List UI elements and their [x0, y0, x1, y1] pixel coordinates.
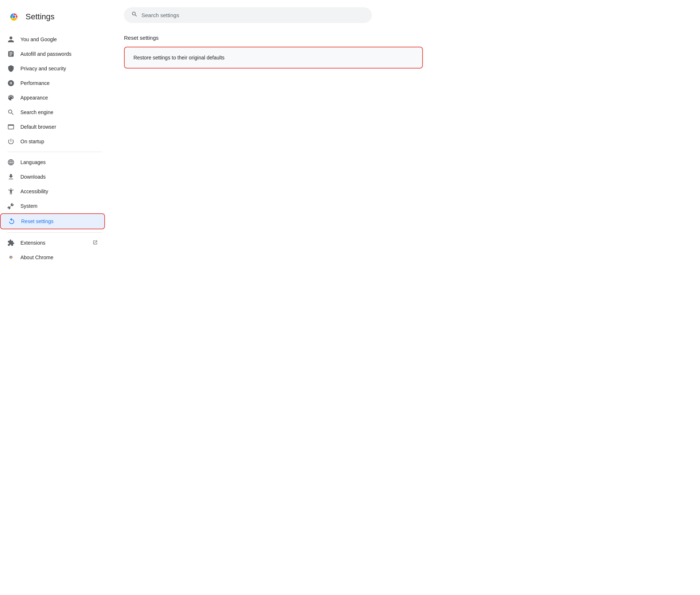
shield-icon	[7, 65, 15, 72]
sidebar-divider-2	[7, 232, 102, 233]
sidebar-label-about-chrome: About Chrome	[20, 254, 98, 260]
clipboard-icon	[7, 50, 15, 58]
sidebar-item-appearance[interactable]: Appearance	[0, 90, 105, 105]
sidebar-header: Settings	[0, 6, 109, 32]
sidebar-label-search-engine: Search engine	[20, 109, 98, 115]
sidebar-label-performance: Performance	[20, 80, 98, 86]
power-icon	[7, 138, 15, 145]
chrome-small-icon	[7, 254, 15, 261]
sidebar-item-extensions[interactable]: Extensions	[0, 236, 105, 250]
svg-point-2	[12, 15, 15, 18]
search-icon	[7, 109, 15, 116]
download-icon	[7, 173, 15, 180]
sidebar-item-you-and-google[interactable]: You and Google	[0, 32, 105, 47]
sidebar-label-privacy: Privacy and security	[20, 66, 98, 71]
sidebar-label-appearance: Appearance	[20, 95, 98, 101]
search-bar-icon	[131, 11, 138, 19]
search-input[interactable]	[141, 12, 365, 18]
sidebar-item-search-engine[interactable]: Search engine	[0, 105, 105, 120]
reset-settings-section: Reset settings Restore settings to their…	[124, 35, 685, 69]
sidebar-nav-group1: You and Google Autofill and passwords Pr…	[0, 32, 109, 149]
restore-defaults-label: Restore settings to their original defau…	[133, 55, 225, 61]
reset-icon	[8, 218, 15, 225]
sidebar-item-downloads[interactable]: Downloads	[0, 170, 105, 184]
section-title: Reset settings	[124, 35, 685, 41]
search-bar-container	[124, 0, 685, 35]
gauge-icon	[7, 79, 15, 87]
sidebar-label-default-browser: Default browser	[20, 124, 98, 130]
sidebar-item-privacy-security[interactable]: Privacy and security	[0, 61, 105, 76]
sidebar-nav-group3: Extensions About Chrome	[0, 236, 109, 265]
puzzle-icon	[7, 239, 15, 246]
palette-icon	[7, 94, 15, 101]
main-content: Reset settings Restore settings to their…	[109, 0, 700, 595]
accessibility-icon	[7, 188, 15, 195]
sidebar-item-about-chrome[interactable]: About Chrome	[0, 250, 105, 265]
search-bar	[124, 7, 372, 23]
external-link-icon	[93, 240, 98, 246]
svg-point-5	[10, 257, 11, 258]
sidebar-item-languages[interactable]: Languages	[0, 155, 105, 170]
person-icon	[7, 36, 15, 43]
sidebar-nav-group2: Languages Downloads Accessibility System	[0, 155, 109, 229]
sidebar-item-on-startup[interactable]: On startup	[0, 134, 105, 149]
browser-icon	[7, 123, 15, 131]
sidebar-item-autofill-passwords[interactable]: Autofill and passwords	[0, 47, 105, 61]
sidebar-title: Settings	[26, 12, 55, 22]
sidebar-label-languages: Languages	[20, 159, 98, 165]
sidebar-item-accessibility[interactable]: Accessibility	[0, 184, 105, 199]
sidebar-divider-1	[7, 152, 102, 152]
sidebar-label-extensions: Extensions	[20, 240, 87, 246]
wrench-icon	[7, 202, 15, 210]
sidebar-label-accessibility: Accessibility	[20, 188, 98, 194]
sidebar-label-autofill: Autofill and passwords	[20, 51, 98, 57]
sidebar-label-system: System	[20, 203, 98, 209]
restore-defaults-card[interactable]: Restore settings to their original defau…	[124, 47, 423, 69]
sidebar: Settings You and Google Autofill and pas…	[0, 0, 109, 595]
sidebar-item-reset-settings[interactable]: Reset settings	[0, 213, 105, 229]
sidebar-label-downloads: Downloads	[20, 174, 98, 180]
sidebar-label-reset-settings: Reset settings	[21, 218, 97, 224]
sidebar-item-system[interactable]: System	[0, 199, 105, 213]
sidebar-item-default-browser[interactable]: Default browser	[0, 120, 105, 134]
chrome-logo-icon	[7, 10, 20, 23]
sidebar-label-you-and-google: You and Google	[20, 36, 98, 42]
globe-icon	[7, 159, 15, 166]
sidebar-label-on-startup: On startup	[20, 139, 98, 144]
sidebar-item-performance[interactable]: Performance	[0, 76, 105, 90]
